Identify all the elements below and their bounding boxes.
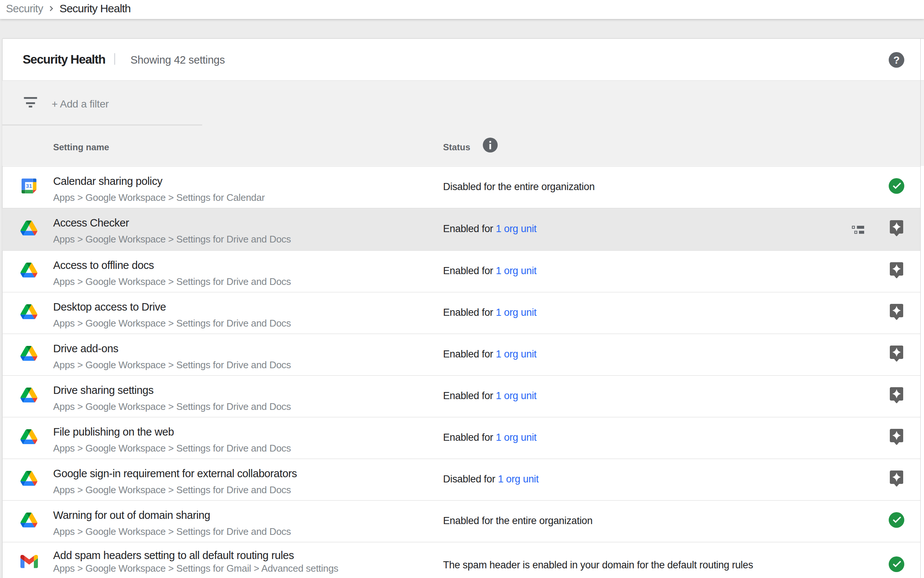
svg-text:31: 31 bbox=[26, 183, 32, 189]
svg-text:?: ? bbox=[893, 54, 900, 66]
